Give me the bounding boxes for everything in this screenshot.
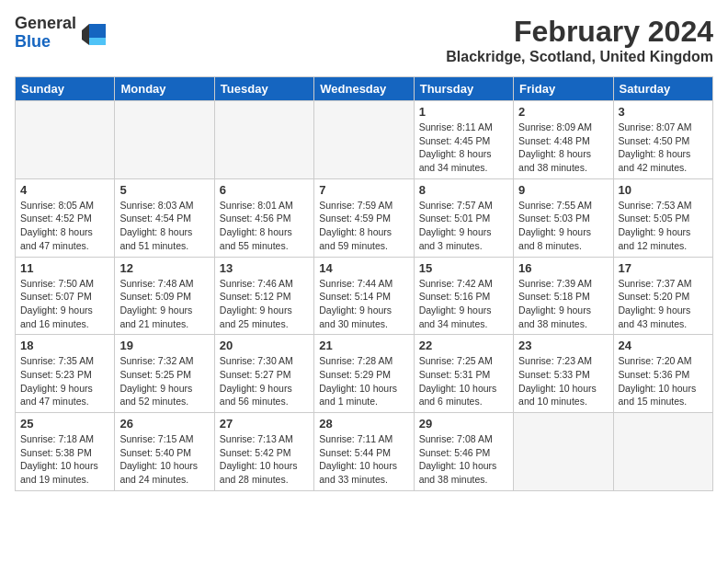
day-info: Sunrise: 7:28 AM Sunset: 5:29 PM Dayligh… (319, 354, 408, 408)
calendar-header-thursday: Thursday (414, 77, 513, 101)
day-info: Sunrise: 7:44 AM Sunset: 5:14 PM Dayligh… (319, 277, 408, 331)
day-number: 18 (20, 339, 109, 352)
day-number: 17 (619, 261, 708, 275)
logo: General Blue (15, 15, 108, 52)
calendar-cell: 21Sunrise: 7:28 AM Sunset: 5:29 PM Dayli… (314, 335, 414, 413)
day-info: Sunrise: 7:50 AM Sunset: 5:07 PM Dayligh… (20, 277, 109, 331)
day-info: Sunrise: 7:13 AM Sunset: 5:42 PM Dayligh… (220, 432, 309, 487)
calendar-cell: 22Sunrise: 7:25 AM Sunset: 5:31 PM Dayli… (414, 335, 513, 413)
calendar-cell: 15Sunrise: 7:42 AM Sunset: 5:16 PM Dayli… (414, 257, 513, 335)
calendar-cell: 7Sunrise: 7:59 AM Sunset: 4:59 PM Daylig… (314, 178, 414, 257)
day-number: 27 (220, 417, 309, 431)
day-number: 4 (20, 183, 109, 197)
calendar-cell: 2Sunrise: 8:09 AM Sunset: 4:48 PM Daylig… (514, 101, 613, 179)
calendar-cell (514, 413, 613, 491)
day-number: 21 (319, 339, 408, 352)
svg-marker-0 (89, 24, 106, 38)
day-info: Sunrise: 8:11 AM Sunset: 4:45 PM Dayligh… (419, 121, 508, 175)
main-title: February 2024 (446, 15, 713, 49)
day-number: 6 (220, 183, 309, 197)
day-info: Sunrise: 8:03 AM Sunset: 4:54 PM Dayligh… (119, 199, 209, 253)
day-number: 20 (220, 339, 309, 352)
day-info: Sunrise: 7:30 AM Sunset: 5:27 PM Dayligh… (220, 354, 309, 408)
day-number: 2 (518, 105, 608, 119)
calendar-cell: 9Sunrise: 7:55 AM Sunset: 5:03 PM Daylig… (514, 178, 613, 257)
calendar-cell: 16Sunrise: 7:39 AM Sunset: 5:18 PM Dayli… (514, 257, 613, 335)
day-info: Sunrise: 7:53 AM Sunset: 5:05 PM Dayligh… (619, 199, 708, 253)
calendar-cell: 24Sunrise: 7:20 AM Sunset: 5:36 PM Dayli… (613, 335, 712, 413)
calendar-cell: 23Sunrise: 7:23 AM Sunset: 5:33 PM Dayli… (514, 335, 613, 413)
day-info: Sunrise: 7:32 AM Sunset: 5:25 PM Dayligh… (119, 354, 209, 408)
day-number: 26 (119, 417, 209, 431)
day-number: 14 (319, 261, 408, 275)
calendar-header-friday: Friday (514, 77, 613, 101)
calendar-cell: 3Sunrise: 8:07 AM Sunset: 4:50 PM Daylig… (613, 101, 712, 179)
day-number: 11 (20, 261, 109, 275)
calendar-cell: 20Sunrise: 7:30 AM Sunset: 5:27 PM Dayli… (214, 335, 313, 413)
calendar-cell (314, 101, 414, 179)
day-number: 7 (319, 183, 408, 197)
calendar-table: SundayMondayTuesdayWednesdayThursdayFrid… (15, 76, 713, 491)
day-number: 24 (619, 339, 708, 352)
day-number: 16 (518, 261, 608, 275)
day-info: Sunrise: 8:05 AM Sunset: 4:52 PM Dayligh… (20, 199, 109, 253)
day-info: Sunrise: 7:15 AM Sunset: 5:40 PM Dayligh… (119, 432, 209, 487)
calendar-cell: 13Sunrise: 7:46 AM Sunset: 5:12 PM Dayli… (214, 257, 313, 335)
title-area: February 2024 Blackridge, Scotland, Unit… (446, 15, 713, 65)
day-info: Sunrise: 7:18 AM Sunset: 5:38 PM Dayligh… (20, 432, 109, 487)
calendar-cell: 8Sunrise: 7:57 AM Sunset: 5:01 PM Daylig… (414, 178, 513, 257)
calendar-week-row: 4Sunrise: 8:05 AM Sunset: 4:52 PM Daylig… (16, 178, 713, 257)
calendar-cell: 14Sunrise: 7:44 AM Sunset: 5:14 PM Dayli… (314, 257, 414, 335)
svg-marker-2 (82, 24, 89, 45)
calendar-cell: 4Sunrise: 8:05 AM Sunset: 4:52 PM Daylig… (16, 178, 115, 257)
calendar-cell: 18Sunrise: 7:35 AM Sunset: 5:23 PM Dayli… (16, 335, 115, 413)
day-number: 9 (518, 183, 608, 197)
calendar-week-row: 1Sunrise: 8:11 AM Sunset: 4:45 PM Daylig… (16, 101, 713, 179)
day-info: Sunrise: 7:35 AM Sunset: 5:23 PM Dayligh… (20, 354, 109, 408)
day-info: Sunrise: 8:07 AM Sunset: 4:50 PM Dayligh… (619, 121, 708, 175)
day-info: Sunrise: 7:23 AM Sunset: 5:33 PM Dayligh… (518, 354, 608, 408)
calendar-cell: 5Sunrise: 8:03 AM Sunset: 4:54 PM Daylig… (115, 178, 214, 257)
svg-marker-1 (89, 38, 106, 45)
day-info: Sunrise: 7:55 AM Sunset: 5:03 PM Dayligh… (518, 199, 608, 253)
day-info: Sunrise: 7:08 AM Sunset: 5:46 PM Dayligh… (419, 432, 508, 487)
day-number: 10 (619, 183, 708, 197)
day-info: Sunrise: 8:01 AM Sunset: 4:56 PM Dayligh… (220, 199, 309, 253)
calendar-cell (115, 101, 214, 179)
day-number: 3 (619, 105, 708, 119)
logo-blue: Blue (15, 33, 76, 52)
logo-icon (80, 19, 108, 47)
calendar-cell: 12Sunrise: 7:48 AM Sunset: 5:09 PM Dayli… (115, 257, 214, 335)
day-info: Sunrise: 7:20 AM Sunset: 5:36 PM Dayligh… (619, 354, 708, 408)
calendar-header-wednesday: Wednesday (314, 77, 414, 101)
day-info: Sunrise: 7:48 AM Sunset: 5:09 PM Dayligh… (119, 277, 209, 331)
calendar-week-row: 18Sunrise: 7:35 AM Sunset: 5:23 PM Dayli… (16, 335, 713, 413)
day-info: Sunrise: 7:39 AM Sunset: 5:18 PM Dayligh… (518, 277, 608, 331)
calendar-cell (613, 413, 712, 491)
day-info: Sunrise: 8:09 AM Sunset: 4:48 PM Dayligh… (518, 121, 608, 175)
calendar-header-tuesday: Tuesday (214, 77, 313, 101)
calendar-cell: 25Sunrise: 7:18 AM Sunset: 5:38 PM Dayli… (16, 413, 115, 491)
calendar-header-row: SundayMondayTuesdayWednesdayThursdayFrid… (16, 77, 713, 101)
day-number: 12 (119, 261, 209, 275)
calendar-cell (214, 101, 313, 179)
day-info: Sunrise: 7:11 AM Sunset: 5:44 PM Dayligh… (319, 432, 408, 487)
day-number: 22 (419, 339, 508, 352)
calendar-cell: 1Sunrise: 8:11 AM Sunset: 4:45 PM Daylig… (414, 101, 513, 179)
calendar-week-row: 25Sunrise: 7:18 AM Sunset: 5:38 PM Dayli… (16, 413, 713, 491)
day-info: Sunrise: 7:37 AM Sunset: 5:20 PM Dayligh… (619, 277, 708, 331)
calendar-cell: 28Sunrise: 7:11 AM Sunset: 5:44 PM Dayli… (314, 413, 414, 491)
day-number: 19 (119, 339, 209, 352)
calendar-header-monday: Monday (115, 77, 214, 101)
calendar-cell: 27Sunrise: 7:13 AM Sunset: 5:42 PM Dayli… (214, 413, 313, 491)
day-number: 29 (419, 417, 508, 431)
subtitle: Blackridge, Scotland, United Kingdom (446, 49, 713, 65)
calendar-cell: 26Sunrise: 7:15 AM Sunset: 5:40 PM Dayli… (115, 413, 214, 491)
calendar-header-saturday: Saturday (613, 77, 712, 101)
day-info: Sunrise: 7:59 AM Sunset: 4:59 PM Dayligh… (319, 199, 408, 253)
day-info: Sunrise: 7:46 AM Sunset: 5:12 PM Dayligh… (220, 277, 309, 331)
calendar-cell: 19Sunrise: 7:32 AM Sunset: 5:25 PM Dayli… (115, 335, 214, 413)
calendar-cell: 10Sunrise: 7:53 AM Sunset: 5:05 PM Dayli… (613, 178, 712, 257)
day-number: 25 (20, 417, 109, 431)
day-number: 23 (518, 339, 608, 352)
